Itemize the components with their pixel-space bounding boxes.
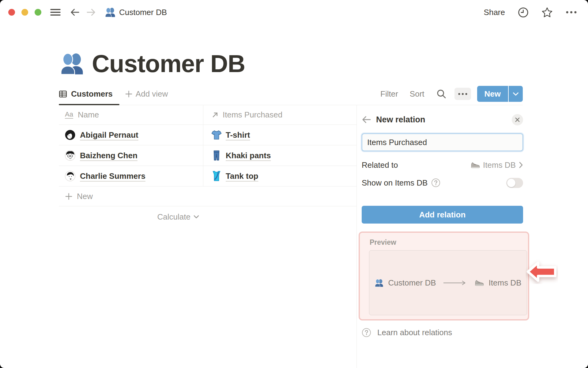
name-cell[interactable]: Baizheng Chen xyxy=(59,145,203,166)
table-header-row: Aa Name Items Purchased xyxy=(59,105,357,125)
name-cell[interactable]: Charlie Summers xyxy=(59,166,203,186)
learn-label: Learn about relations xyxy=(377,328,452,337)
add-view-label: Add view xyxy=(136,89,168,99)
question-icon[interactable] xyxy=(431,178,440,187)
add-relation-button[interactable]: Add relation xyxy=(362,206,523,224)
relation-link[interactable]: T-shirt xyxy=(226,130,250,140)
jeans-icon xyxy=(211,150,222,161)
titlebar-actions: Share xyxy=(484,7,577,18)
forward-arrow-icon[interactable] xyxy=(86,8,96,17)
panel-header: New relation xyxy=(362,113,523,126)
toggle-knob xyxy=(507,179,515,187)
sort-button[interactable]: Sort xyxy=(410,89,424,99)
preview-label: Preview xyxy=(370,238,522,247)
table-view-icon xyxy=(59,90,67,98)
relation-arrow-icon xyxy=(443,280,468,286)
table-row: Charlie Summers Tank top xyxy=(59,166,357,186)
new-row-label: New xyxy=(77,192,93,201)
preview-source-label: Customer DB xyxy=(388,278,436,288)
tshirt-icon xyxy=(211,130,222,140)
new-record-button: New xyxy=(477,86,523,102)
chevron-down-icon xyxy=(194,215,199,219)
table-row: Abigail Pernaut T-shirt xyxy=(59,125,357,145)
chevron-down-icon xyxy=(513,92,519,96)
app-window: Customer DB Share Customer DB Customers … xyxy=(0,0,588,368)
items-cell[interactable]: Khaki pants xyxy=(203,145,357,166)
tanktop-icon xyxy=(211,171,222,181)
calculate-button[interactable]: Calculate xyxy=(59,206,203,227)
star-icon[interactable] xyxy=(541,7,553,18)
plus-icon xyxy=(65,193,73,200)
text-type-icon: Aa xyxy=(65,111,73,119)
avatar xyxy=(65,130,75,140)
view-options-button[interactable] xyxy=(454,88,471,100)
related-to-row: Related to Items DB xyxy=(362,159,523,171)
close-icon xyxy=(514,117,521,123)
sneaker-icon xyxy=(475,279,484,286)
question-icon xyxy=(362,328,371,337)
people-icon[interactable] xyxy=(60,52,84,75)
database-table: Aa Name Items Purchased Abigail Pernaut … xyxy=(59,105,357,227)
back-arrow-icon[interactable] xyxy=(70,8,80,17)
traffic-lights xyxy=(8,9,41,16)
view-toolbar: Customers Add view Filter Sort New xyxy=(59,83,523,105)
search-icon[interactable] xyxy=(436,89,447,99)
column-header-items-purchased[interactable]: Items Purchased xyxy=(203,105,357,125)
more-options-icon[interactable] xyxy=(566,11,577,14)
tab-label: Customers xyxy=(71,89,113,99)
chevron-right-icon xyxy=(519,162,523,168)
titlebar: Customer DB Share xyxy=(0,0,588,25)
preview-diagram: Customer DB Items DB xyxy=(369,250,527,315)
people-icon xyxy=(375,279,383,287)
avatar xyxy=(65,150,75,161)
new-dropdown-button[interactable] xyxy=(509,86,523,102)
name-cell[interactable]: Abigail Pernaut xyxy=(59,125,203,145)
relation-name-input[interactable] xyxy=(362,133,523,151)
close-panel-button[interactable] xyxy=(512,114,523,125)
column-label: Items Purchased xyxy=(223,110,282,120)
items-cell[interactable]: Tank top xyxy=(203,166,357,186)
clock-icon[interactable] xyxy=(518,7,529,18)
hamburger-icon[interactable] xyxy=(50,8,61,16)
related-to-label: Related to xyxy=(362,160,398,170)
new-row-button[interactable]: New xyxy=(59,186,357,206)
avatar xyxy=(65,171,75,181)
show-on-row: Show on Items DB xyxy=(362,176,523,190)
learn-about-relations-link[interactable]: Learn about relations xyxy=(362,328,523,337)
page-link[interactable]: Baizheng Chen xyxy=(80,151,138,160)
people-icon xyxy=(105,7,115,17)
column-header-name[interactable]: Aa Name xyxy=(59,105,203,125)
related-database-select[interactable]: Items DB xyxy=(471,160,523,170)
related-database-value: Items DB xyxy=(483,160,516,170)
arrow-up-right-icon xyxy=(211,111,219,119)
toolbar-tools: Filter Sort New xyxy=(380,86,523,102)
calculate-label: Calculate xyxy=(157,212,190,222)
items-cell[interactable]: T-shirt xyxy=(203,125,357,145)
new-relation-panel: New relation Related to Items DB Show on… xyxy=(356,105,588,368)
table-row: Baizheng Chen Khaki pants xyxy=(59,145,357,166)
breadcrumb-title[interactable]: Customer DB xyxy=(119,8,167,17)
sneaker-icon xyxy=(471,162,480,169)
back-arrow-icon[interactable] xyxy=(362,115,371,124)
close-window-button[interactable] xyxy=(8,9,15,16)
tab-customers[interactable]: Customers xyxy=(59,83,119,105)
new-button[interactable]: New xyxy=(477,86,508,102)
page-link[interactable]: Charlie Summers xyxy=(80,171,145,181)
column-label: Name xyxy=(78,110,99,120)
plus-icon xyxy=(125,90,133,98)
minimize-window-button[interactable] xyxy=(21,9,28,16)
page-title-text[interactable]: Customer DB xyxy=(92,52,245,76)
show-on-label: Show on Items DB xyxy=(362,178,428,188)
show-on-toggle[interactable] xyxy=(506,178,523,188)
page-title: Customer DB xyxy=(60,52,245,76)
page-link[interactable]: Abigail Pernaut xyxy=(80,130,138,140)
preview-box: Preview Customer DB Items DB xyxy=(359,232,529,320)
share-button[interactable]: Share xyxy=(484,8,505,17)
panel-title: New relation xyxy=(376,115,425,125)
relation-link[interactable]: Tank top xyxy=(226,171,258,181)
add-view-button[interactable]: Add view xyxy=(125,89,168,99)
dots-icon xyxy=(458,93,468,95)
relation-link[interactable]: Khaki pants xyxy=(226,151,271,160)
zoom-window-button[interactable] xyxy=(35,9,41,16)
filter-button[interactable]: Filter xyxy=(380,89,398,99)
